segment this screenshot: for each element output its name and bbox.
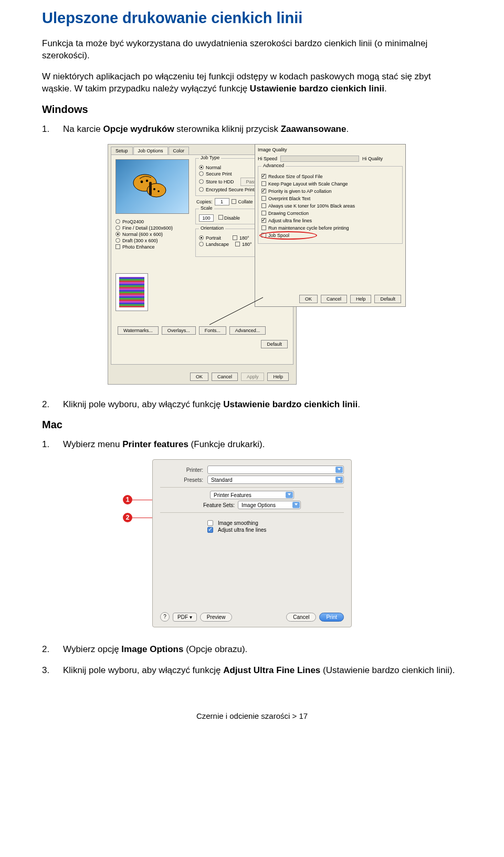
label: Draft (300 x 600)	[122, 238, 158, 243]
job-spool-checkbox[interactable]: Job Spool	[261, 233, 399, 238]
cancel-button[interactable]: Cancel	[286, 613, 316, 622]
thumbnail-preview	[116, 273, 148, 311]
popover-title: Image Quality	[258, 147, 287, 152]
chevron-down-icon	[335, 467, 343, 473]
copies-spinner[interactable]: 1	[215, 198, 229, 205]
k-toner-checkbox[interactable]: Always use K toner for 100% Black areas	[261, 203, 399, 209]
cancel-button[interactable]: Cancel	[212, 373, 238, 381]
step-text: (Ustawienie bardzo cienkich linii).	[320, 665, 455, 675]
label: Landscape	[206, 242, 229, 247]
popover-cancel-button[interactable]: Cancel	[321, 295, 347, 303]
windows-heading: Windows	[42, 104, 462, 116]
maintenance-cycle-checkbox[interactable]: Run maintenance cycle before printing	[261, 225, 399, 231]
step-bold: Printer features	[122, 439, 188, 449]
reduce-spool-checkbox[interactable]: Reduce Size of Spool File	[261, 174, 399, 179]
intro2-tail: .	[384, 84, 387, 94]
ok-button[interactable]: OK	[190, 373, 208, 381]
popover-ok-button[interactable]: OK	[299, 295, 318, 303]
preview-button[interactable]: Preview	[200, 613, 233, 622]
label: Encrypted Secure Print	[206, 187, 255, 192]
printer-select[interactable]	[207, 466, 344, 474]
mac-step-2: 2. Wybierz opcję Image Options (Opcje ob…	[42, 643, 462, 656]
svg-point-3	[146, 179, 148, 181]
group-title: Advanced	[261, 163, 286, 168]
scale-spinner[interactable]: 100	[199, 214, 214, 222]
tab-job-options[interactable]: Job Options	[133, 147, 168, 154]
step-text: (Opcje obrazu).	[183, 644, 247, 654]
quality-photo-enhance[interactable]: Photo Enhance	[116, 244, 189, 250]
image-smoothing-checkbox[interactable]: Image smoothing	[207, 520, 344, 526]
keep-layout-checkbox[interactable]: Keep Page Layout with Scale Change	[261, 181, 399, 187]
label: 180°	[242, 242, 252, 247]
svg-rect-6	[149, 182, 152, 195]
apply-button[interactable]: Apply	[241, 373, 265, 381]
intro-paragraph-2: W niektórych aplikacjach po włączeniu te…	[42, 70, 462, 95]
windows-step-2: 2. Kliknij pole wyboru, aby włączyć funk…	[42, 398, 462, 411]
chevron-down-icon	[292, 502, 300, 508]
label: Overprint Black Text	[268, 196, 310, 201]
step-bold: Ustawienie bardzo cienkich linii	[223, 399, 358, 409]
hi-speed-label: Hi Speed	[258, 156, 277, 161]
presets-select[interactable]: Standard	[207, 476, 344, 484]
overlays-button[interactable]: Overlays...	[162, 326, 196, 335]
label: Run maintenance cycle before printing	[268, 225, 349, 231]
menu-select[interactable]: Printer Features	[210, 491, 294, 499]
tab-color[interactable]: Color	[169, 147, 190, 154]
step-bold: Image Options	[121, 644, 183, 654]
adjust-ultra-fine-checkbox[interactable]: Adjust ultra fine lines	[261, 218, 399, 223]
step-bold: Adjust Ultra Fine Lines	[223, 665, 320, 675]
quality-draft[interactable]: Draft (300 x 600)	[116, 238, 189, 243]
select-value: Image Options	[242, 502, 276, 508]
mac-step-1: 1. Wybierz menu Printer features (Funkcj…	[42, 438, 462, 451]
label: Fine / Detail (1200x600)	[122, 225, 173, 231]
label: Keep Page Layout with Scale Change	[268, 181, 348, 187]
label: Portrait	[206, 235, 221, 241]
label: Normal (600 x 600)	[122, 232, 163, 237]
mac-heading: Mac	[42, 419, 462, 431]
advanced-button[interactable]: Advanced...	[229, 326, 266, 335]
step-number: 1.	[42, 438, 63, 451]
collate-checkbox[interactable]	[232, 199, 236, 204]
chevron-down-icon	[286, 492, 293, 498]
step-text: Na karcie	[63, 124, 103, 134]
label: Job Spool	[268, 233, 289, 238]
priority-collation-checkbox[interactable]: Priority is given to AP collation	[261, 189, 399, 194]
default-button[interactable]: Default	[261, 340, 288, 348]
adjust-ultra-fine-mac-checkbox[interactable]: Adjust ultra fine lines	[207, 527, 344, 533]
portrait-180-checkbox[interactable]	[233, 235, 237, 240]
group-title: Job Type	[199, 155, 221, 160]
popover-default-button[interactable]: Default	[374, 295, 401, 303]
quality-slider[interactable]	[280, 156, 359, 162]
pdf-button[interactable]: PDF ▾	[173, 613, 197, 622]
group-title: Scale	[199, 205, 214, 211]
fonts-button[interactable]: Fonts...	[199, 326, 226, 335]
watermarks-button[interactable]: Watermarks...	[118, 326, 159, 335]
disable-checkbox[interactable]	[218, 215, 223, 220]
label: Image smoothing	[218, 520, 258, 526]
help-button[interactable]: ?	[160, 612, 170, 622]
select-value: Printer Features	[214, 492, 251, 498]
step-text: Kliknij pole wyboru, aby włączyć funkcję	[63, 399, 223, 409]
landscape-180-checkbox[interactable]	[235, 242, 240, 246]
print-button[interactable]: Print	[319, 613, 344, 622]
quality-proq[interactable]: ProQ2400	[116, 219, 189, 224]
quality-normal[interactable]: Normal (600 x 600)	[116, 232, 189, 237]
label: Normal	[206, 165, 221, 170]
tab-setup[interactable]: Setup	[111, 147, 133, 154]
callout-1: 1	[123, 495, 132, 504]
callout-2: 2	[123, 513, 132, 522]
quality-fine[interactable]: Fine / Detail (1200x600)	[116, 225, 189, 231]
label: Always use K toner for 100% Black areas	[268, 203, 355, 209]
mac-print-dialog: Printer: Presets: Standard Printer Featu…	[152, 459, 352, 627]
step-bold: Zaawansowane	[281, 124, 346, 134]
chevron-down-icon	[335, 477, 343, 483]
drawing-correction-checkbox[interactable]: Drawing Correction	[261, 211, 399, 216]
figure-mac-dialog: 1 2 Printer: Presets: Standard Printer F…	[42, 459, 462, 627]
help-button[interactable]: Help	[267, 373, 289, 381]
popover-help-button[interactable]: Help	[350, 295, 372, 303]
copies-label: Copies:	[196, 199, 213, 204]
overprint-black-checkbox[interactable]: Overprint Black Text	[261, 196, 399, 201]
featureset-select[interactable]: Image Options	[238, 501, 301, 509]
step-number: 3.	[42, 664, 63, 677]
intro-paragraph-1: Funkcja ta może być wykorzystana do uwyd…	[42, 37, 462, 62]
